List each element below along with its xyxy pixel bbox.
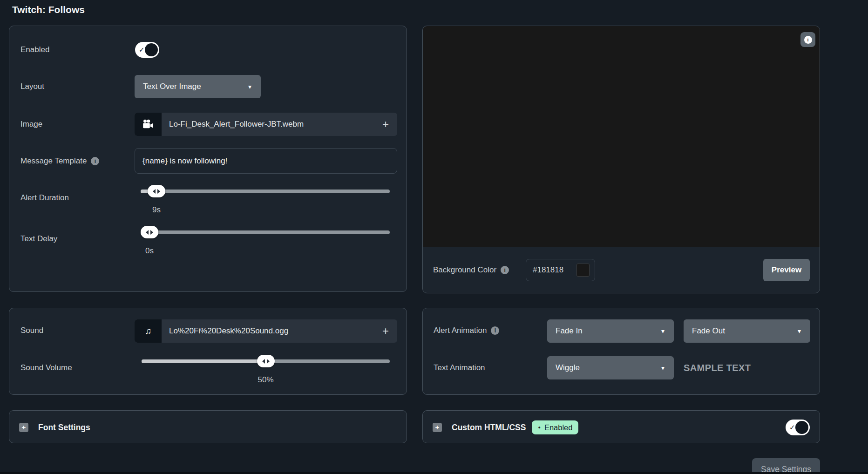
info-icon[interactable]: i xyxy=(91,157,99,165)
background-color-input[interactable]: #181818 xyxy=(526,259,595,281)
slider-handle[interactable] xyxy=(257,355,275,367)
card-animation: Alert Animation i Fade In ▾ Fade Out ▾ T… xyxy=(422,308,820,395)
preview-canvas xyxy=(423,26,820,247)
slider-track[interactable] xyxy=(141,190,390,193)
chevron-down-icon: ▾ xyxy=(248,83,251,90)
text-delay-slider[interactable]: 0s xyxy=(141,226,390,256)
card-font-settings[interactable]: + Font Settings xyxy=(9,410,407,443)
text-animation-dropdown[interactable]: Wiggle ▾ xyxy=(547,356,674,379)
image-label: Image xyxy=(20,120,42,129)
message-template-label: Message Template i xyxy=(20,156,99,166)
videocam-icon xyxy=(135,113,162,136)
enabled-label: Enabled xyxy=(20,45,49,54)
preview-button[interactable]: Preview xyxy=(763,259,810,281)
add-sound-button[interactable]: + xyxy=(382,325,397,337)
alert-duration-slider[interactable]: 9s xyxy=(141,185,390,215)
layout-dropdown[interactable]: Text Over Image ▾ xyxy=(135,75,261,98)
text-animation-label: Text Animation xyxy=(434,363,485,372)
sound-file-field[interactable]: ♫ Lo%20Fi%20Desk%20Sound.ogg + xyxy=(135,319,397,343)
text-delay-label: Text Delay xyxy=(20,234,57,244)
info-icon[interactable]: i xyxy=(501,266,509,274)
message-template-input[interactable] xyxy=(135,148,397,174)
chevron-down-icon: ▾ xyxy=(661,328,665,334)
card-custom-html[interactable]: + Custom HTML/CSS ● Enabled ✓ xyxy=(422,410,820,443)
music-note-icon: ♫ xyxy=(135,319,162,343)
layout-label: Layout xyxy=(20,82,44,91)
preview-info-button[interactable]: i xyxy=(800,32,815,47)
animation-in-dropdown[interactable]: Fade In ▾ xyxy=(547,319,674,343)
animation-in-value: Fade In xyxy=(556,326,583,336)
save-settings-button[interactable]: Save Settings xyxy=(752,458,820,474)
enabled-badge: ● Enabled xyxy=(532,420,578,434)
card-alert-general: Enabled ✓ Layout Text Over Image ▾ Image… xyxy=(9,26,407,292)
slider-fill xyxy=(142,359,266,363)
toggle-check-icon: ✓ xyxy=(139,42,145,58)
alert-animation-label: Alert Animation i xyxy=(434,326,499,335)
toggle-knob xyxy=(145,43,158,56)
animation-out-dropdown[interactable]: Fade Out ▾ xyxy=(684,319,810,343)
font-settings-label: Font Settings xyxy=(38,422,90,433)
expand-plus-icon[interactable]: + xyxy=(19,423,28,432)
add-image-button[interactable]: + xyxy=(382,119,397,130)
page-title: Twitch: Follows xyxy=(12,4,85,15)
layout-dropdown-value: Text Over Image xyxy=(143,82,201,91)
enabled-toggle[interactable]: ✓ xyxy=(135,42,159,58)
sound-volume-value: 50% xyxy=(258,375,273,385)
expand-plus-icon[interactable]: + xyxy=(433,423,442,432)
toggle-knob xyxy=(795,421,808,434)
image-file-field[interactable]: Lo-Fi_Desk_Alert_Follower-JBT.webm + xyxy=(135,113,397,136)
background-color-label: Background Color i xyxy=(433,265,509,275)
sound-volume-slider[interactable]: 50% xyxy=(142,355,390,385)
text-animation-value: Wiggle xyxy=(556,363,580,372)
card-sound: Sound ♫ Lo%20Fi%20Desk%20Sound.ogg + Sou… xyxy=(9,308,407,395)
slider-handle[interactable] xyxy=(141,226,158,238)
card-preview: i Background Color i #181818 Preview xyxy=(422,26,820,293)
alert-duration-label: Alert Duration xyxy=(20,193,69,203)
chevron-down-icon: ▾ xyxy=(661,365,665,371)
sound-label: Sound xyxy=(20,326,43,335)
chevron-down-icon: ▾ xyxy=(798,328,801,334)
slider-track[interactable] xyxy=(141,230,390,234)
slider-handle[interactable] xyxy=(148,185,165,197)
bottom-edge-strip xyxy=(0,472,868,474)
sound-filename: Lo%20Fi%20Desk%20Sound.ogg xyxy=(162,326,288,336)
toggle-check-icon: ✓ xyxy=(789,420,795,435)
sound-volume-label: Sound Volume xyxy=(20,363,72,372)
sample-text: SAMPLE TEXT xyxy=(684,362,751,374)
text-delay-value: 0s xyxy=(145,246,154,256)
custom-html-toggle[interactable]: ✓ xyxy=(786,420,810,435)
background-color-value: #181818 xyxy=(533,265,563,275)
alert-duration-value: 9s xyxy=(152,205,161,215)
badge-dot-icon: ● xyxy=(538,426,540,430)
color-swatch[interactable] xyxy=(576,264,590,277)
info-icon[interactable]: i xyxy=(491,326,499,335)
info-icon: i xyxy=(804,36,812,44)
custom-html-label: Custom HTML/CSS ● Enabled xyxy=(452,422,578,433)
image-filename: Lo-Fi_Desk_Alert_Follower-JBT.webm xyxy=(162,120,304,129)
animation-out-value: Fade Out xyxy=(692,326,725,336)
